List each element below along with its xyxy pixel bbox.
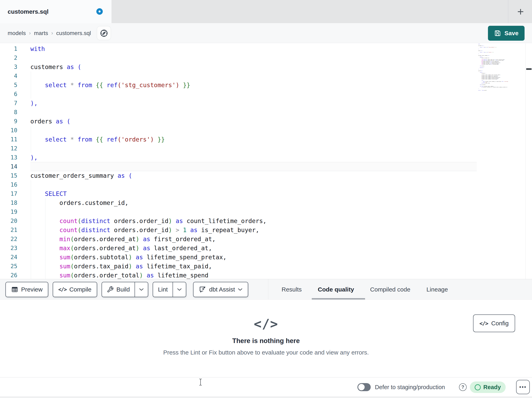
save-button-label: Save <box>504 30 519 37</box>
tab-customers-sql[interactable]: customers.sql <box>0 0 112 23</box>
lint-button-label: Lint <box>158 286 168 293</box>
wrench-icon <box>107 286 114 293</box>
preview-button-label: Preview <box>21 286 43 293</box>
line-number: 9 <box>0 117 26 126</box>
line-number: 3 <box>0 62 26 72</box>
empty-state-subtitle: Press the Lint or Fix button above to ev… <box>0 349 532 356</box>
build-button[interactable]: Build <box>102 282 135 297</box>
code-line[interactable]: customer_orders_summary as ( <box>30 171 477 180</box>
tab-compiled-code[interactable]: Compiled code <box>370 286 410 293</box>
defer-toggle[interactable] <box>357 383 371 391</box>
tab-code-quality[interactable]: Code quality <box>318 286 354 293</box>
config-button[interactable]: </> Config <box>473 314 515 332</box>
code-line[interactable]: ), <box>30 99 477 108</box>
code-line[interactable] <box>30 126 477 135</box>
compile-button[interactable]: </> Compile <box>53 282 97 297</box>
line-number: 25 <box>0 262 26 271</box>
line-number: 12 <box>0 144 26 153</box>
lint-dropdown-button[interactable] <box>173 282 186 297</box>
code-line[interactable] <box>30 144 477 153</box>
minimap-content: withcustomers as ( select * from {{ ref(… <box>478 44 525 91</box>
code-line[interactable] <box>30 162 477 171</box>
code-line[interactable]: SELECT <box>30 189 477 198</box>
code-lines: withcustomers as ( select * from {{ ref(… <box>30 44 477 279</box>
code-line[interactable]: sum(orders.tax_paid) as lifetime_tax_pai… <box>30 262 477 271</box>
code-editor[interactable]: 1234567891011121314151617181920212223242… <box>0 43 532 279</box>
line-number: 14 <box>0 162 26 171</box>
code-line[interactable] <box>30 90 477 99</box>
table-grid-icon <box>11 286 18 293</box>
code-line[interactable]: max(orders.ordered_at) as last_ordered_a… <box>30 244 477 253</box>
code-line[interactable]: count(distinct orders.order_id) > 1 as i… <box>30 225 477 235</box>
line-number: 10 <box>0 126 26 135</box>
breadcrumb-models[interactable]: models <box>8 30 26 36</box>
minimap[interactable]: withcustomers as ( select * from {{ ref(… <box>478 44 526 279</box>
code-quality-panel: </> There is nothing here Press the Lint… <box>0 300 532 377</box>
dbt-ide-window: customers.sql + models › marts › custome… <box>0 0 532 398</box>
preview-button[interactable]: Preview <box>6 282 48 297</box>
code-line[interactable]: with <box>30 44 477 53</box>
window-bottom-strip <box>0 397 532 398</box>
code-line[interactable] <box>30 108 477 117</box>
new-tab-button[interactable]: + <box>513 0 529 23</box>
more-options-button[interactable]: ••• <box>516 380 530 394</box>
line-number: 20 <box>0 216 26 225</box>
code-line[interactable] <box>30 207 477 216</box>
build-button-label: Build <box>116 286 130 293</box>
editor-tab-bar: customers.sql + <box>0 0 532 23</box>
code-line[interactable]: select * from {{ ref('orders') }} <box>30 135 477 144</box>
code-line[interactable]: orders as ( <box>30 117 477 126</box>
line-number-gutter: 1234567891011121314151617181920212223242… <box>0 44 26 279</box>
indent-guide <box>31 72 31 99</box>
breadcrumb-file[interactable]: customers.sql <box>56 30 91 36</box>
code-line[interactable]: orders.customer_id, <box>30 198 477 207</box>
save-button[interactable]: Save <box>488 26 525 41</box>
tab-title: customers.sql <box>8 8 49 15</box>
navigate-file-button[interactable] <box>97 26 111 40</box>
line-number: 16 <box>0 180 26 189</box>
line-number: 17 <box>0 189 26 198</box>
code-line[interactable]: sum(orders.order_total) as lifetime_spen… <box>30 271 477 279</box>
breadcrumb-separator-icon: › <box>51 30 53 36</box>
empty-state-title: There is nothing here <box>0 337 532 345</box>
code-line[interactable]: min(orders.ordered_at) as first_ordered_… <box>30 235 477 244</box>
result-panel-tabs: Results Code quality Compiled code Linea… <box>282 279 448 300</box>
editor-action-bar: Preview </> Compile Build <box>0 279 532 300</box>
ellipsis-icon: ••• <box>519 384 526 390</box>
help-icon[interactable]: ? <box>459 383 467 391</box>
toggle-knob <box>358 384 365 390</box>
plus-icon: + <box>517 6 524 17</box>
code-brackets-icon: </> <box>0 316 532 331</box>
line-number: 1 <box>0 44 26 53</box>
code-brackets-icon: </> <box>480 320 488 326</box>
code-line[interactable]: customers as ( <box>30 62 477 72</box>
tab-results[interactable]: Results <box>282 286 302 293</box>
dbt-assist-button[interactable]: dbt Assist <box>193 282 248 297</box>
tab-bar-divider <box>508 0 508 23</box>
build-dropdown-button[interactable] <box>134 282 148 297</box>
breadcrumb-marts[interactable]: marts <box>34 30 48 36</box>
code-line[interactable] <box>30 53 477 62</box>
code-line[interactable]: select * from {{ ref('stg_customers') }} <box>30 80 477 90</box>
status-bar: Defer to staging/production ? Ready ••• <box>0 377 532 397</box>
code-line[interactable]: ), <box>30 153 477 162</box>
editor-scrollbar[interactable] <box>526 43 532 279</box>
line-number: 13 <box>0 153 26 162</box>
build-split-button: Build <box>101 282 148 297</box>
empty-state: </> There is nothing here Press the Lint… <box>0 300 532 356</box>
tab-lineage[interactable]: Lineage <box>426 286 448 293</box>
save-floppy-icon <box>494 30 501 37</box>
config-button-label: Config <box>491 320 509 327</box>
line-number: 22 <box>0 235 26 244</box>
code-line[interactable] <box>30 72 477 80</box>
breadcrumb: models › marts › customers.sql <box>8 23 91 43</box>
code-line[interactable] <box>30 180 477 189</box>
chevron-down-icon <box>238 288 243 291</box>
line-number: 21 <box>0 225 26 235</box>
text-cursor-icon <box>198 378 203 386</box>
dbt-assist-button-label: dbt Assist <box>209 286 235 293</box>
code-line[interactable]: count(distinct orders.order_id) as count… <box>30 216 477 225</box>
assist-sparkle-chat-icon <box>199 286 206 293</box>
lint-button[interactable]: Lint <box>153 282 172 297</box>
code-line[interactable]: sum(orders.subtotal) as lifetime_spend_p… <box>30 253 477 262</box>
